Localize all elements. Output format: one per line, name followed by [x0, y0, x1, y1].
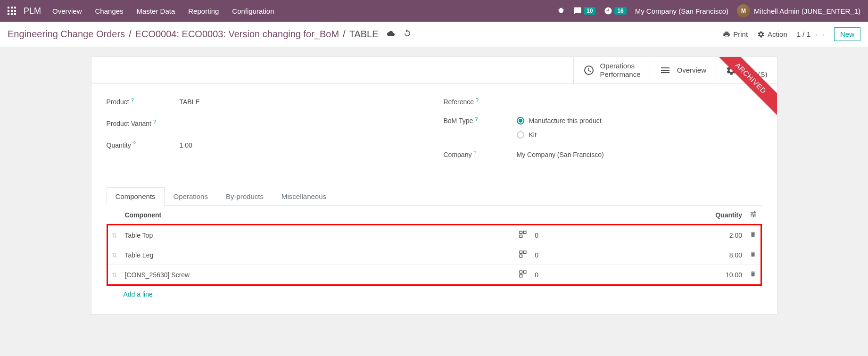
delete-row-icon[interactable] — [746, 225, 761, 245]
tab-components[interactable]: Components — [107, 187, 165, 206]
company-name[interactable]: My Company (San Francisco) — [635, 7, 728, 15]
head-quantity[interactable]: Quantity — [559, 206, 746, 225]
pager-next-icon[interactable]: › — [822, 30, 825, 38]
help-icon[interactable]: ? — [131, 97, 134, 103]
help-icon[interactable]: ? — [153, 119, 156, 124]
drag-handle-icon[interactable]: ⇅ — [107, 265, 121, 285]
nav-menu: Overview Changes Master Data Reporting C… — [52, 7, 274, 15]
quantity-value[interactable]: 1.00 — [180, 141, 192, 149]
radio-manufacture-label: Manufacture this product — [529, 117, 602, 124]
component-name[interactable]: Table Top — [121, 225, 515, 245]
help-icon[interactable]: ? — [133, 141, 136, 146]
delete-row-icon[interactable] — [746, 265, 761, 285]
delete-row-icon[interactable] — [746, 245, 761, 265]
form-body: Product ? TABLE Product Variant ? — [91, 84, 777, 181]
svg-rect-0 — [520, 231, 522, 233]
pager: 1 / 1 ‹ › — [797, 30, 825, 38]
clock-badge[interactable]: 16 — [604, 7, 626, 15]
forecast-icon[interactable] — [515, 265, 531, 285]
new-button[interactable]: New — [834, 27, 860, 41]
breadcrumb: Engineering Change Orders / ECO0004: ECO… — [8, 29, 412, 40]
app-name[interactable]: PLM — [24, 6, 41, 16]
svg-rect-6 — [520, 271, 522, 273]
help-icon[interactable]: ? — [473, 150, 476, 156]
drag-handle-icon[interactable]: ⇅ — [107, 225, 121, 245]
apps-icon[interactable] — [8, 7, 16, 15]
avatar: M — [737, 4, 750, 17]
stat-overview-label: Overview — [677, 66, 706, 75]
action-label: Action — [768, 30, 787, 38]
breadcrumb-root[interactable]: Engineering Change Orders — [8, 29, 125, 40]
table-row[interactable]: ⇅ Table Leg 0 8.00 — [107, 245, 761, 265]
company-value[interactable]: My Company (San Francisco) — [517, 151, 604, 158]
svg-rect-3 — [520, 251, 522, 253]
help-icon[interactable]: ? — [475, 116, 478, 122]
button-box: Operations Performance Overview 2 ECO(S) — [91, 57, 777, 84]
chat-count: 10 — [584, 7, 595, 15]
help-icon[interactable]: ? — [476, 97, 479, 103]
tab-by-products[interactable]: By-products — [217, 187, 273, 206]
highlighted-rows: ⇅ Table Top 0 2.00 ⇅ Table Leg — [107, 225, 761, 285]
component-name[interactable]: Table Leg — [121, 245, 515, 265]
forecast-icon[interactable] — [515, 245, 531, 265]
svg-rect-5 — [520, 255, 522, 257]
nav-configuration[interactable]: Configuration — [232, 7, 274, 15]
action-button[interactable]: Action — [757, 30, 787, 38]
breadcrumb-sep: / — [343, 29, 346, 40]
discard-icon[interactable] — [403, 29, 412, 40]
user-name: Mitchell Admin (JUNE_ENTER_1) — [754, 7, 860, 15]
company-label: Company ? — [444, 151, 517, 158]
bars-icon — [660, 65, 671, 76]
nav-master-data[interactable]: Master Data — [137, 7, 175, 15]
nav-overview[interactable]: Overview — [52, 7, 82, 15]
component-qty[interactable]: 10.00 — [559, 265, 746, 285]
user-menu[interactable]: M Mitchell Admin (JUNE_ENTER_1) — [737, 4, 860, 17]
pager-prev-icon[interactable]: ‹ — [815, 30, 818, 38]
pager-value[interactable]: 1 / 1 — [797, 30, 810, 38]
component-qty[interactable]: 2.00 — [559, 225, 746, 245]
radio-kit-label: Kit — [529, 131, 537, 139]
radio-icon — [517, 117, 524, 124]
components-table: Component Quantity ⇅ Tabl — [107, 206, 762, 286]
topbar-right: 10 16 My Company (San Francisco) M Mitch… — [557, 4, 860, 17]
quantity-label: Quantity ? — [107, 141, 180, 149]
stat-operations-l1: Operations — [600, 62, 641, 70]
optional-columns-icon[interactable] — [750, 212, 757, 219]
nav-changes[interactable]: Changes — [95, 7, 124, 15]
component-name[interactable]: [CONS_25630] Screw — [121, 265, 515, 285]
nav-reporting[interactable]: Reporting — [188, 7, 219, 15]
reference-label: Reference ? — [444, 98, 517, 106]
table-row[interactable]: ⇅ [CONS_25630] Screw 0 10.00 — [107, 265, 761, 285]
form-sheet: ARCHIVED Operations Performance Overview… — [91, 57, 777, 315]
drag-handle-icon[interactable]: ⇅ — [107, 245, 121, 265]
stat-operations[interactable]: Operations Performance — [573, 57, 650, 83]
breadcrumb-eco[interactable]: ECO0004: ECO0003: Version changing for_B… — [135, 29, 339, 40]
table-row[interactable]: ⇅ Table Top 0 2.00 — [107, 225, 761, 245]
topbar: PLM Overview Changes Master Data Reporti… — [0, 0, 868, 22]
radio-kit[interactable]: Kit — [517, 131, 602, 139]
forecast-icon[interactable] — [515, 225, 531, 245]
radio-manufacture[interactable]: Manufacture this product — [517, 117, 602, 124]
clock-icon — [583, 65, 595, 76]
radio-icon — [517, 131, 524, 139]
tab-operations[interactable]: Operations — [165, 187, 217, 206]
product-qty-available: 0 — [531, 265, 559, 285]
save-cloud-icon[interactable] — [386, 29, 396, 40]
control-right: Print Action 1 / 1 ‹ › New — [723, 27, 860, 41]
svg-rect-7 — [524, 271, 526, 273]
chat-badge[interactable]: 10 — [573, 7, 595, 15]
component-qty[interactable]: 8.00 — [559, 245, 746, 265]
tab-miscellaneous[interactable]: Miscellaneous — [273, 187, 335, 206]
clock-count: 16 — [614, 7, 626, 15]
product-value[interactable]: TABLE — [180, 98, 200, 106]
svg-rect-1 — [524, 231, 526, 233]
stat-overview[interactable]: Overview — [650, 57, 716, 83]
add-line-button[interactable]: Add a line — [107, 286, 762, 303]
bug-icon[interactable] — [557, 7, 565, 16]
bom-type-radio-group: Manufacture this product Kit — [517, 117, 602, 139]
content: ARCHIVED Operations Performance Overview… — [0, 47, 868, 324]
head-component[interactable]: Component — [121, 206, 515, 225]
print-button[interactable]: Print — [723, 30, 748, 38]
product-qty-available: 0 — [531, 245, 559, 265]
print-label: Print — [733, 30, 748, 38]
